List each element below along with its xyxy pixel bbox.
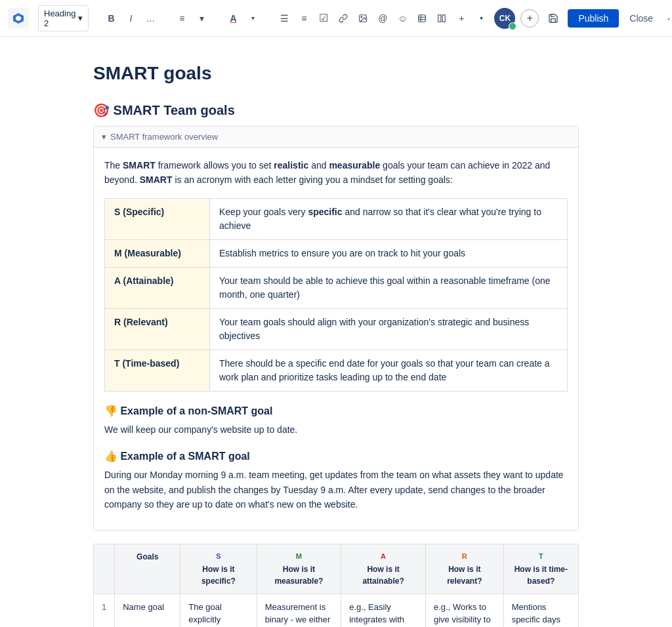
more-options-button[interactable]: ⋯ — [663, 9, 672, 28]
collapsible-content: The SMART framework allows you to set re… — [94, 148, 578, 530]
page-title: SMART goals — [93, 63, 579, 84]
italic-button[interactable]: I — [121, 9, 140, 28]
table-cell-desc: Keep your goals very specific and narrow… — [210, 198, 568, 239]
table-cell-desc: Establish metrics to ensure you are on t… — [210, 239, 568, 267]
numbered-list-button[interactable]: ≡ — [295, 9, 313, 28]
col-t-letter: T — [512, 551, 570, 562]
task-list-button[interactable]: ☑ — [314, 9, 333, 28]
save-draft-button[interactable] — [544, 9, 562, 28]
non-smart-text: We will keep our company's website up to… — [104, 422, 568, 437]
close-button[interactable]: Close — [624, 10, 658, 26]
align-group: ≡ ▾ — [173, 9, 211, 28]
col-r-letter: R — [434, 551, 495, 562]
text-color-group: A ▾ — [224, 9, 262, 28]
table-cell-desc: There should be a specific end date for … — [210, 350, 568, 391]
section1-heading: 🎯 SMART Team goals — [93, 102, 579, 118]
columns-button[interactable] — [432, 9, 451, 28]
publish-button[interactable]: Publish — [568, 9, 619, 28]
col-specific: S How is it specific? — [180, 544, 257, 594]
relevant-cell: e.g., Works to give visibility to the co… — [425, 594, 503, 627]
col-attainable: A How is it attainable? — [341, 544, 426, 594]
text-format-group: B I … — [102, 9, 159, 28]
goals-table-row: 1 Name goal The goal explicitly names wh… — [94, 594, 579, 627]
timebased-cell: Mentions specific days and times — [503, 594, 578, 627]
toolbar-right: CK + Publish Close ⋯ — [494, 8, 672, 29]
non-smart-heading: 👎 Example of a non-SMART goal — [104, 405, 568, 417]
specific-cell: The goal explicitly names what is requir… — [180, 594, 257, 627]
heading-chevron-icon: ▾ — [78, 13, 83, 23]
table-cell-desc: Your team goals should align with your o… — [210, 308, 568, 350]
smart-example-heading: 👍 Example of a SMART goal — [104, 450, 568, 462]
smart-framework-collapsible: ▾ SMART framework overview The SMART fra… — [93, 126, 579, 531]
goals-table-header-row: Goals S How is it specific? M How is it … — [94, 544, 579, 594]
goals-table: Goals S How is it specific? M How is it … — [93, 544, 579, 627]
invite-collaborator-button[interactable]: + — [520, 9, 539, 28]
col-measurable: M How is it measurable? — [257, 544, 341, 594]
link-button[interactable] — [334, 9, 352, 28]
collapse-chevron-icon: ▾ — [102, 132, 106, 142]
table-row: A (Attainable) Your team should be able … — [105, 267, 568, 308]
goals-table-wrap: Goals S How is it specific? M How is it … — [93, 544, 579, 627]
svg-rect-8 — [443, 14, 446, 22]
text-color-button[interactable]: A — [224, 9, 242, 28]
table-cell-letter: R (Relevant) — [105, 308, 210, 350]
col-timebased: T How is it time-based? — [503, 544, 578, 594]
user-avatar[interactable]: CK — [494, 8, 515, 29]
image-button[interactable] — [354, 9, 372, 28]
collapsible-label: SMART framework overview — [110, 132, 218, 142]
attainable-cell: e.g., Easily integrates with the existin… — [341, 594, 426, 627]
framework-intro-text: The SMART framework allows you to set re… — [104, 158, 568, 188]
insert-more-button[interactable]: + — [452, 9, 471, 28]
col-s-letter: S — [188, 551, 248, 562]
row-number: 1 — [94, 594, 115, 627]
table-cell-letter: A (Attainable) — [105, 267, 210, 308]
emoji-button[interactable]: ☺ — [393, 9, 411, 28]
collapsible-header[interactable]: ▾ SMART framework overview — [94, 127, 578, 148]
mention-button[interactable]: @ — [373, 9, 392, 28]
col-num — [94, 544, 115, 594]
smart-acronym-table: S (Specific) Keep your goals very specif… — [104, 198, 568, 392]
goal-name-cell: Name goal — [115, 594, 180, 627]
table-row: T (Time-based) There should be a specifi… — [105, 350, 568, 391]
content-area: SMART goals 🎯 SMART Team goals ▾ SMART f… — [54, 37, 618, 627]
measurable-cell: Measurement is binary - we either did or… — [257, 594, 341, 627]
more-format-button[interactable]: … — [141, 9, 159, 28]
bullet-list-button[interactable]: ☰ — [275, 9, 293, 28]
table-row: R (Relevant) Your team goals should alig… — [105, 308, 568, 350]
align-chevron-button[interactable]: ▾ — [192, 9, 211, 28]
col-relevant: R How is it relevant? — [425, 544, 503, 594]
col-a-letter: A — [349, 551, 417, 562]
table-row: M (Measurable) Establish metrics to ensu… — [105, 239, 568, 267]
table-cell-letter: S (Specific) — [105, 198, 210, 239]
smart-example-text: During our Monday morning 9 a.m. team me… — [104, 468, 568, 512]
toolbar: Heading 2 ▾ B I … ≡ ▾ A ▾ ☰ ≡ ☑ @ ☺ — [0, 0, 672, 37]
bold-button[interactable]: B — [102, 9, 120, 28]
text-color-chevron[interactable]: ▾ — [243, 9, 262, 28]
table-button[interactable] — [413, 9, 431, 28]
col-goals: Goals — [115, 544, 180, 594]
logo-icon — [8, 8, 29, 29]
insert-tools-group: ☰ ≡ ☑ @ ☺ + ▾ — [275, 9, 490, 28]
table-cell-desc: Your team should be able to achieve this… — [210, 267, 568, 308]
svg-rect-7 — [438, 14, 441, 22]
table-row: S (Specific) Keep your goals very specif… — [105, 198, 568, 239]
heading-style-label: Heading 2 — [44, 9, 75, 28]
svg-rect-3 — [419, 14, 426, 22]
insert-chevron[interactable]: ▾ — [472, 9, 490, 28]
col-m-letter: M — [265, 551, 333, 562]
align-button[interactable]: ≡ — [173, 9, 191, 28]
avatar-online-badge — [509, 22, 516, 30]
svg-point-2 — [362, 16, 363, 18]
heading-style-selector[interactable]: Heading 2 ▾ — [38, 5, 89, 31]
table-cell-letter: M (Measurable) — [105, 239, 210, 267]
table-cell-letter: T (Time-based) — [105, 350, 210, 391]
